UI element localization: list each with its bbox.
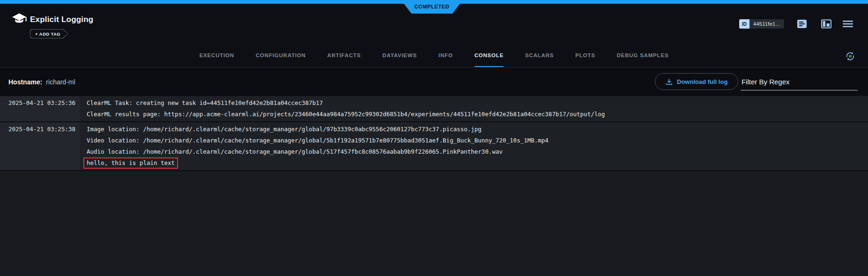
auto-refresh-paused-icon[interactable]	[845, 51, 856, 62]
tab-info[interactable]: INFO	[428, 45, 464, 67]
split-view-icon[interactable]	[821, 19, 832, 29]
tab-configuration[interactable]: CONFIGURATION	[245, 45, 317, 67]
tab-dataviews[interactable]: DATAVIEWS	[371, 45, 428, 67]
add-tag-button[interactable]: + ADD TAG	[30, 29, 68, 38]
tab-label: PLOTS	[575, 45, 595, 67]
console-toolbar: Hostname: richard-ml Download full log	[0, 67, 868, 96]
log-line: Audio location: /home/richard/.clearml/c…	[80, 146, 868, 157]
tab-label: EXECUTION	[200, 45, 234, 67]
tab-label: CONFIGURATION	[256, 45, 306, 67]
tab-execution[interactable]: EXECUTION	[189, 45, 245, 67]
page-title: Explicit Logging	[30, 15, 93, 24]
tab-console[interactable]: CONSOLE	[464, 45, 514, 67]
log-group: 2025-04-21 03:25:36ClearML Task: creatin…	[0, 96, 868, 122]
log-group: 2025-04-21 03:25:38Image location: /home…	[0, 122, 868, 171]
hostname: Hostname: richard-ml	[8, 67, 75, 96]
status-color-bar	[0, 0, 868, 4]
tab-label: DEBUG SAMPLES	[617, 45, 669, 67]
download-full-log-button[interactable]: Download full log	[655, 73, 738, 90]
download-icon	[666, 78, 673, 85]
tab-label: SCALARS	[525, 45, 554, 67]
log-timestamp: 2025-04-21 03:25:38	[0, 122, 80, 170]
clearml-logo-icon	[10, 11, 28, 28]
log-line: Video location: /home/richard/.clearml/c…	[80, 135, 868, 146]
id-value: 44511fe1...	[749, 19, 784, 29]
log-line: ClearML Task: creating new task id=44511…	[80, 97, 868, 109]
tab-debug-samples[interactable]: DEBUG SAMPLES	[606, 45, 680, 67]
log-line: Image location: /home/richard/.clearml/c…	[80, 124, 868, 135]
hostname-label: Hostname:	[8, 78, 42, 86]
tab-plots[interactable]: PLOTS	[564, 45, 606, 67]
console-log[interactable]: 2025-04-21 03:25:36ClearML Task: creatin…	[0, 96, 868, 171]
tabs: EXECUTIONCONFIGURATIONARTIFACTSDATAVIEWS…	[0, 45, 868, 67]
log-messages: Image location: /home/richard/.clearml/c…	[80, 122, 868, 170]
tab-scalars[interactable]: SCALARS	[514, 45, 564, 67]
log-line: ClearML results page: https://app.acme-c…	[80, 109, 868, 120]
hostname-value: richard-ml	[46, 78, 75, 86]
highlighted-log-text: hello, this is plain text	[83, 157, 178, 169]
log-timestamp: 2025-04-21 03:25:36	[0, 96, 80, 121]
clearml-experiment-page: COMPLETED Explicit Logging + ADD TAG ID …	[0, 0, 868, 276]
log-messages: ClearML Task: creating new task id=44511…	[80, 96, 868, 121]
menu-icon[interactable]	[842, 19, 853, 29]
task-id-badge[interactable]: ID 44511fe1...	[739, 19, 784, 29]
log-line: hello, this is plain text	[80, 157, 868, 169]
tab-label: DATAVIEWS	[382, 45, 417, 67]
tab-label: ARTIFACTS	[327, 45, 361, 67]
task-details-icon[interactable]	[796, 19, 808, 29]
tab-label: INFO	[438, 45, 453, 67]
tab-label: CONSOLE	[475, 45, 504, 67]
filter-by-regex-input[interactable]	[741, 76, 858, 90]
tab-artifacts[interactable]: ARTIFACTS	[317, 45, 372, 67]
download-full-log-label: Download full log	[677, 78, 727, 85]
status-badge-label: COMPLETED	[415, 4, 449, 9]
id-chip-label: ID	[739, 19, 749, 29]
add-tag-label: + ADD TAG	[35, 31, 63, 37]
